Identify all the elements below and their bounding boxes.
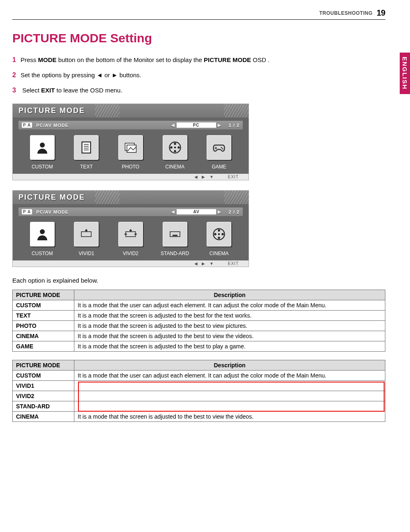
vivid2-icon bbox=[118, 222, 143, 246]
table-row: VIVID1 bbox=[13, 381, 385, 391]
option-vivid2: VIVID2 bbox=[112, 222, 149, 256]
gamepad-icon bbox=[207, 135, 231, 160]
left-arrow-icon: ◀ bbox=[171, 123, 175, 127]
svg-point-16 bbox=[221, 147, 222, 148]
svg-point-17 bbox=[222, 148, 223, 150]
table-pc-modes: PICTURE MODEDescription CUSTOMIt is a mo… bbox=[12, 290, 385, 352]
photo-icon bbox=[118, 135, 143, 160]
th-mode: PICTURE MODE bbox=[13, 290, 74, 300]
osd-subheader: P A PC/AV MODE ◀ AV ▶ 2 / 2 bbox=[18, 207, 243, 216]
right-arrow-icon: ▶ bbox=[218, 123, 221, 127]
table-row: CINEMAIt is a mode that the screen is ad… bbox=[13, 412, 385, 422]
svg-point-32 bbox=[218, 237, 220, 239]
person-icon bbox=[30, 222, 55, 246]
pcav-label: PC/AV MODE bbox=[36, 123, 69, 128]
steps: 1Press MODE button on the bottom of the … bbox=[12, 54, 385, 96]
table-row: CUSTOMIt is a mode that the user can adj… bbox=[13, 300, 385, 311]
step-3: Select EXIT to leave the OSD menu. bbox=[21, 87, 122, 94]
film-reel-icon bbox=[163, 135, 187, 160]
mode-value: AV bbox=[177, 209, 216, 214]
page-number: 19 bbox=[377, 8, 385, 18]
table-row: GAMEIt is a mode that the screen is adju… bbox=[13, 341, 385, 352]
th-desc: Description bbox=[74, 290, 385, 300]
language-tab: ENGLISH bbox=[400, 53, 410, 94]
svg-point-31 bbox=[221, 233, 223, 235]
pa-icon: P A bbox=[22, 209, 32, 214]
osd-subheader: P A PC/AV MODE ◀ PC ▶ 1 / 2 bbox=[18, 121, 243, 129]
osd-panel-pc: PICTURE MODE P A PC/AV MODE ◀ PC ▶ 1 / 2… bbox=[12, 104, 249, 180]
nav-arrows: ◀ ▶ ▼ bbox=[194, 175, 215, 179]
svg-point-11 bbox=[174, 150, 176, 152]
option-custom: CUSTOM bbox=[24, 222, 61, 256]
right-arrow-icon: ▶ bbox=[218, 210, 221, 214]
header-section: TROUBLESHOOTING bbox=[319, 10, 373, 16]
osd-footer: ◀ ▶ ▼ EXIT bbox=[13, 174, 249, 180]
svg-rect-1 bbox=[82, 142, 91, 153]
page-count: 1 / 2 bbox=[229, 123, 240, 128]
option-vivid1: VIVID1 bbox=[68, 222, 105, 256]
option-game: GAME bbox=[200, 135, 237, 170]
step-1: Press MODE button on the bottom of the M… bbox=[21, 56, 269, 63]
svg-point-9 bbox=[174, 143, 176, 145]
mode-value: PC bbox=[177, 122, 216, 128]
table-row: CINEMAIt is a mode that the screen is ad… bbox=[13, 331, 385, 341]
osd-title: PICTURE MODE bbox=[13, 104, 249, 117]
document-icon bbox=[74, 135, 99, 160]
th-mode: PICTURE MODE bbox=[13, 360, 74, 371]
table-row: PHOTOIt is a mode that the screen is adj… bbox=[13, 321, 385, 331]
table-av-modes: PICTURE MODEDescription CUSTOMIt is a mo… bbox=[12, 360, 385, 422]
option-cinema: CINEMA bbox=[200, 222, 237, 256]
exit-label: EXIT bbox=[228, 261, 239, 266]
svg-point-30 bbox=[218, 230, 220, 232]
svg-point-13 bbox=[174, 147, 176, 149]
table-row: CUSTOMIt is a mode that the user can adj… bbox=[13, 371, 385, 381]
table-row: VIVID2 bbox=[13, 391, 385, 401]
desc-intro: Each option is explained below. bbox=[12, 277, 385, 284]
left-arrow-icon: ◀ bbox=[171, 210, 175, 214]
standard-icon bbox=[163, 222, 187, 246]
page-count: 2 / 2 bbox=[229, 210, 240, 214]
option-cinema: CINEMA bbox=[157, 135, 193, 170]
svg-point-12 bbox=[170, 147, 172, 149]
page-title: PICTURE MODE Setting bbox=[12, 31, 385, 45]
table-row: TEXTIt is a mode that the screen is adju… bbox=[13, 311, 385, 321]
exit-label: EXIT bbox=[228, 175, 239, 179]
table-row: STAND-ARD bbox=[13, 401, 385, 412]
pcav-label: PC/AV MODE bbox=[36, 210, 69, 214]
svg-point-33 bbox=[214, 233, 216, 235]
option-standard: STAND-ARD bbox=[157, 222, 193, 256]
nav-arrows: ◀ ▶ ▼ bbox=[194, 261, 215, 266]
th-desc: Description bbox=[74, 360, 385, 371]
option-text: TEXT bbox=[68, 135, 105, 170]
page-header: TROUBLESHOOTING 19 bbox=[12, 8, 385, 20]
svg-point-34 bbox=[218, 233, 220, 235]
osd-footer: ◀ ▶ ▼ EXIT bbox=[13, 260, 249, 267]
svg-point-0 bbox=[40, 143, 45, 147]
osd-panel-av: PICTURE MODE P A PC/AV MODE ◀ AV ▶ 2 / 2… bbox=[12, 190, 249, 267]
osd-title: PICTURE MODE bbox=[13, 191, 249, 204]
svg-point-18 bbox=[40, 229, 45, 234]
svg-point-10 bbox=[177, 147, 180, 149]
svg-rect-22 bbox=[126, 232, 136, 237]
option-custom: CUSTOM bbox=[24, 135, 61, 170]
person-icon bbox=[30, 135, 55, 160]
step-2: Set the options by pressing ◄ or ► butto… bbox=[21, 71, 141, 78]
vivid1-icon bbox=[74, 222, 99, 246]
pa-icon: P A bbox=[22, 122, 32, 128]
svg-rect-19 bbox=[81, 232, 91, 237]
option-photo: PHOTO bbox=[112, 135, 149, 170]
film-reel-icon bbox=[207, 222, 231, 246]
